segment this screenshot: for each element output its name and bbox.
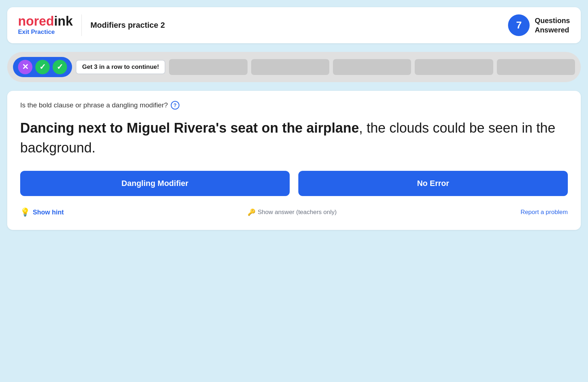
progress-slots [169,59,575,75]
progress-slot-4 [415,59,493,75]
help-icon[interactable]: ? [171,101,179,110]
logo-ink: ink [54,14,73,28]
question-prompt: Is the bold clause or phrase a dangling … [20,101,568,110]
header: noredink Exit Practice Modifiers practic… [7,7,581,43]
footer-actions: 💡 Show hint 🔑 Show answer (teachers only… [20,208,568,217]
questions-answered-label: QuestionsAnswered [535,16,570,35]
show-hint-link[interactable]: 💡 Show hint [20,208,64,217]
show-answer-label: Show answer (teachers only) [258,209,337,216]
exit-practice-link[interactable]: Exit Practice [18,28,73,36]
questions-answered: 7 QuestionsAnswered [508,14,570,36]
progress-bar: ✕ ✓ ✓ Get 3 in a row to continue! [7,52,581,82]
bubble-wrong: ✕ [18,60,32,74]
answer-buttons: Dangling Modifier No Error [20,171,568,196]
logo: noredink [18,15,73,28]
sentence-area: Dancing next to Miguel Rivera's seat on … [20,118,568,158]
hint-bulb-icon: 💡 [20,208,30,217]
progress-bubbles: ✕ ✓ ✓ [13,57,72,77]
report-problem-link[interactable]: Report a problem [521,209,568,216]
progress-slot-5 [497,59,575,75]
header-left: noredink Exit Practice Modifiers practic… [18,14,165,36]
logo-container: noredink Exit Practice [18,15,73,36]
show-hint-label: Show hint [33,209,64,216]
bubble-correct-2: ✓ [53,60,67,74]
progress-label: Get 3 in a row to continue! [76,60,165,74]
header-divider [81,14,82,36]
sentence-bold-part: Dancing next to Miguel Rivera's seat on … [20,120,359,136]
question-card: Is the bold clause or phrase a dangling … [7,91,581,230]
progress-slot-1 [169,59,247,75]
questions-answered-count: 7 [508,14,530,36]
progress-slot-3 [333,59,411,75]
progress-slot-2 [251,59,329,75]
logo-no: no [18,14,34,28]
show-answer-link[interactable]: 🔑 Show answer (teachers only) [248,208,337,216]
practice-title: Modifiers practice 2 [90,21,165,30]
no-error-button[interactable]: No Error [298,171,568,196]
question-prompt-text: Is the bold clause or phrase a dangling … [20,101,168,109]
key-icon: 🔑 [248,208,255,216]
logo-red: red [34,14,54,28]
bubble-correct-1: ✓ [35,60,50,74]
dangling-modifier-button[interactable]: Dangling Modifier [20,171,290,196]
